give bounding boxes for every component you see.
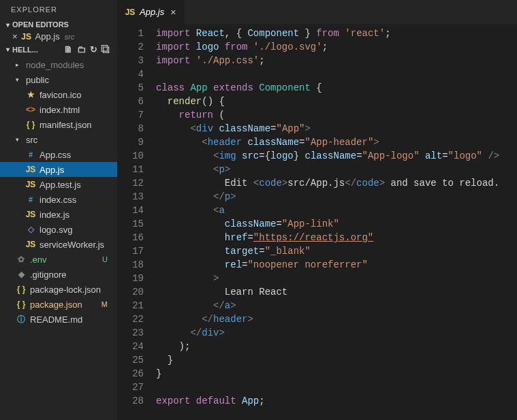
gear-file-icon: ✿ <box>16 255 27 264</box>
tab-bar: JS App.js × <box>118 0 517 24</box>
js-file-icon: JS <box>25 165 36 174</box>
file-item[interactable]: { }manifest.json <box>0 117 117 132</box>
css-file-icon: # <box>25 195 36 204</box>
open-editor-item[interactable]: × JS App.js src <box>0 30 117 43</box>
json-file-icon: { } <box>16 285 27 294</box>
chevron-down-icon: ▾ <box>16 76 22 83</box>
file-item[interactable]: JSindex.js <box>0 207 117 222</box>
js-file-icon: JS <box>21 32 32 42</box>
tree-item-label: README.md <box>30 314 113 325</box>
json-file-icon: { } <box>25 120 36 129</box>
file-item[interactable]: JSApp.js <box>0 162 117 177</box>
json-file-icon: { } <box>16 300 27 309</box>
file-item[interactable]: ⓘREADME.md <box>0 312 117 327</box>
code-content[interactable]: import React, { Component } from 'react'… <box>156 27 517 420</box>
open-editors-header[interactable]: ▾ OPEN EDITORS <box>0 19 117 30</box>
md-file-icon: ⓘ <box>16 314 27 325</box>
folder-item[interactable]: ▾public <box>0 72 117 87</box>
explorer-title: EXPLORER <box>0 0 117 19</box>
chevron-down-icon: ▾ <box>3 21 12 29</box>
tab-app-js[interactable]: JS App.js × <box>118 0 185 24</box>
html-file-icon: <> <box>25 105 36 114</box>
chevron-right-icon: ▸ <box>16 61 22 68</box>
file-item[interactable]: ◇logo.svg <box>0 222 117 237</box>
folder-item[interactable]: ▾src <box>0 132 117 147</box>
tree-item-label: index.css <box>40 195 113 205</box>
file-item[interactable]: { }package.jsonM <box>0 297 117 312</box>
tree-item-label: package.json <box>30 300 98 310</box>
file-tree: ▸node_modules▾public★favicon.ico<>index.… <box>0 56 117 420</box>
svg-file-icon: ◇ <box>25 225 36 234</box>
tree-item-label: .gitignore <box>30 270 113 280</box>
tree-item-label: src <box>26 135 113 145</box>
project-header[interactable]: ▾ HELL... 🗎 🗀 ↻ ⿻ <box>0 43 117 56</box>
tree-item-label: public <box>26 75 113 85</box>
folder-item[interactable]: ▸node_modules <box>0 57 117 72</box>
dot-file-icon: ◆ <box>16 270 27 279</box>
open-editor-name: App.js <box>35 31 60 42</box>
new-file-icon[interactable]: 🗎 <box>64 44 73 54</box>
file-item[interactable]: ★favicon.ico <box>0 87 117 102</box>
file-item[interactable]: JSserviceWorker.js <box>0 237 117 252</box>
tree-item-label: serviceWorker.js <box>40 240 113 250</box>
js-file-icon: JS <box>25 180 36 189</box>
close-icon[interactable]: × <box>12 31 18 42</box>
close-icon[interactable]: × <box>168 7 178 18</box>
tree-item-label: App.css <box>40 150 113 160</box>
file-item[interactable]: #index.css <box>0 192 117 207</box>
tree-item-label: index.js <box>40 210 113 220</box>
tree-item-label: index.html <box>40 105 113 115</box>
explorer-sidebar: EXPLORER ▾ OPEN EDITORS × JS App.js src … <box>0 0 118 420</box>
tree-item-label: favicon.ico <box>40 90 113 100</box>
collapse-icon[interactable]: ⿻ <box>101 44 110 54</box>
file-item[interactable]: <>index.html <box>0 102 117 117</box>
tree-item-label: manifest.json <box>40 120 113 130</box>
tree-item-label: .env <box>30 255 99 265</box>
git-status-badge: U <box>102 255 113 263</box>
project-actions: 🗎 🗀 ↻ ⿻ <box>64 44 114 54</box>
tree-item-label: App.test.js <box>40 180 113 190</box>
file-item[interactable]: ◆.gitignore <box>0 267 117 282</box>
tree-item-label: node_modules <box>26 60 113 70</box>
open-editor-path: src <box>65 33 75 41</box>
file-item[interactable]: ✿.envU <box>0 252 117 267</box>
line-numbers: 1234567891011121314151617181920212223242… <box>118 27 156 420</box>
file-item[interactable]: #App.css <box>0 147 117 162</box>
css-file-icon: # <box>25 150 36 159</box>
refresh-icon[interactable]: ↻ <box>90 44 97 54</box>
star-file-icon: ★ <box>25 90 36 99</box>
tree-item-label: App.js <box>40 165 113 175</box>
chevron-down-icon: ▾ <box>16 136 22 143</box>
chevron-down-icon: ▾ <box>3 46 12 53</box>
git-status-badge: M <box>101 300 113 308</box>
file-item[interactable]: JSApp.test.js <box>0 177 117 192</box>
js-file-icon: JS <box>125 7 136 17</box>
editor-area: JS App.js × 1234567891011121314151617181… <box>118 0 517 420</box>
tree-item-label: package-lock.json <box>30 285 113 295</box>
new-folder-icon[interactable]: 🗀 <box>77 44 86 54</box>
js-file-icon: JS <box>25 240 36 249</box>
code-editor[interactable]: 1234567891011121314151617181920212223242… <box>118 24 517 420</box>
js-file-icon: JS <box>25 210 36 219</box>
tab-label: App.js <box>140 7 164 17</box>
file-item[interactable]: { }package-lock.json <box>0 282 117 297</box>
tree-item-label: logo.svg <box>40 225 113 235</box>
